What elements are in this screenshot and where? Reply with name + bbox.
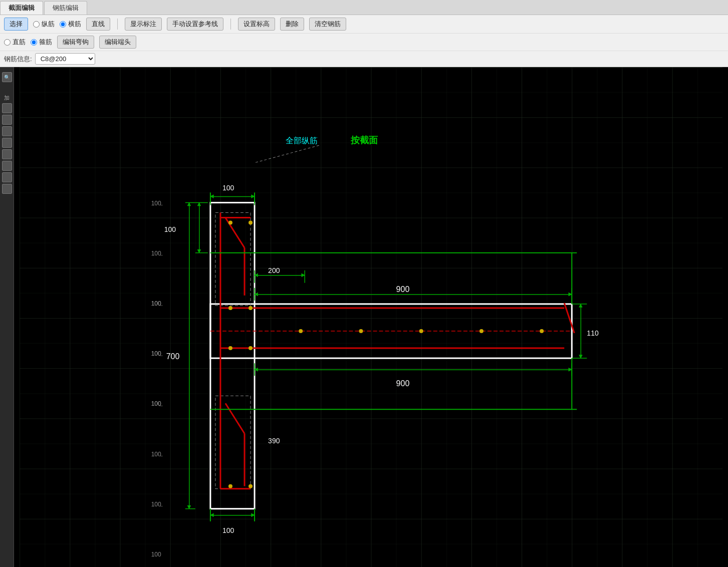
side-btn-2[interactable] (2, 115, 12, 125)
dim-900-top: 900 (396, 285, 410, 294)
divider2 (230, 19, 231, 30)
rebar-info-select[interactable]: C8@200 (35, 53, 95, 65)
svg-point-61 (299, 329, 303, 333)
dim-900-bottom: 900 (396, 379, 410, 388)
edit-end-button[interactable]: 编辑端头 (99, 36, 136, 49)
svg-point-56 (228, 484, 232, 488)
ruler-mark-675: 100 (151, 400, 161, 407)
radio-zongji[interactable] (33, 21, 40, 28)
svg-text:100: 100 (151, 200, 161, 207)
radio-stirrup-label[interactable]: 箍筋 (39, 38, 52, 47)
side-btn-7[interactable] (2, 172, 12, 182)
svg-point-54 (228, 306, 232, 310)
show-annotation-button[interactable]: 显示标注 (125, 18, 162, 31)
radio-group-hengji: 横筋 (60, 20, 81, 29)
toolbar-row1: 选择 纵筋 横筋 直线 显示标注 手动设置参考线 设置标高 删除 清空钢筋 (0, 15, 728, 33)
clear-rebar-button[interactable]: 清空钢筋 (309, 18, 346, 31)
side-btn-8[interactable] (2, 184, 12, 194)
ruler-mark-475: 100 (151, 300, 161, 307)
radio-group-pojin: 箍筋 (31, 38, 52, 47)
dim-100-left-upper: 100 (164, 225, 176, 233)
svg-point-59 (249, 346, 253, 350)
side-btn-4[interactable] (2, 138, 12, 148)
tab-section-edit[interactable]: 截面编辑 (0, 1, 43, 15)
dim-390: 390 (268, 437, 280, 445)
rebar-info-label: 钢筋信息: (4, 55, 32, 64)
dim-100-top: 100 (222, 184, 234, 192)
divider1 (117, 19, 118, 30)
manual-ref-button[interactable]: 手动设置参考线 (167, 18, 223, 31)
left-panel: 🔍 加 (0, 67, 14, 567)
all-longitudinal-label: 全部纵筋 (286, 136, 318, 145)
toolbar-container: 选择 纵筋 横筋 直线 显示标注 手动设置参考线 设置标高 删除 清空钢筋 直筋 (0, 15, 728, 67)
radio-group-zongji: 纵筋 (33, 20, 55, 29)
dim-700: 700 (166, 352, 180, 361)
side-btn-6[interactable] (2, 161, 12, 171)
svg-point-63 (419, 329, 423, 333)
svg-point-58 (249, 306, 253, 310)
radio-straight-label[interactable]: 直筋 (13, 38, 26, 47)
side-btn-5[interactable] (2, 149, 12, 159)
edit-hook-button[interactable]: 编辑弯钩 (57, 36, 94, 49)
straight-line-button[interactable]: 直线 (86, 18, 110, 31)
side-btn-1[interactable] (2, 103, 12, 113)
svg-point-57 (249, 221, 253, 225)
svg-point-65 (540, 329, 544, 333)
dim-110: 110 (587, 329, 599, 337)
svg-point-53 (228, 221, 232, 225)
side-buttons (2, 103, 12, 194)
radio-stirrup[interactable] (31, 39, 37, 46)
svg-point-55 (228, 346, 232, 350)
svg-point-62 (359, 329, 363, 333)
by-section-label: 按截面 (350, 135, 378, 145)
toolbar-row2: 直筋 箍筋 编辑弯钩 编辑端头 (0, 33, 728, 51)
tab-bar: 截面编辑 钢筋编辑 (0, 0, 728, 15)
svg-point-60 (249, 484, 253, 488)
delete-button[interactable]: 删除 (280, 18, 304, 31)
ruler-mark-575: 100 (151, 350, 161, 357)
toolbar-row3: 钢筋信息: C8@200 (0, 51, 728, 67)
radio-hengji[interactable] (60, 21, 66, 28)
select-button[interactable]: 选择 (4, 18, 28, 31)
radio-group-zhijin: 直筋 (4, 38, 26, 47)
svg-point-64 (479, 329, 483, 333)
svg-text:100: 100 (151, 551, 161, 558)
cad-drawing: 100 100 100 100 100 100 100 100 (14, 67, 728, 567)
search-icon[interactable]: 🔍 (2, 72, 12, 82)
main-area: 🔍 加 (0, 67, 728, 567)
set-elevation-button[interactable]: 设置标高 (238, 18, 275, 31)
radio-straight[interactable] (4, 39, 11, 46)
canvas-area[interactable]: 100 100 100 100 100 100 100 100 (14, 67, 728, 567)
tab-rebar-edit[interactable]: 钢筋编辑 (44, 1, 87, 15)
radio-zongji-label[interactable]: 纵筋 (42, 20, 55, 29)
dim-200: 200 (268, 266, 280, 274)
svg-text:100: 100 (151, 250, 161, 257)
svg-text:100: 100 (151, 501, 161, 508)
dim-100-bottom: 100 (222, 526, 234, 534)
side-btn-3[interactable] (2, 126, 12, 136)
radio-hengji-label[interactable]: 横筋 (68, 20, 81, 29)
svg-text:100: 100 (151, 451, 161, 458)
